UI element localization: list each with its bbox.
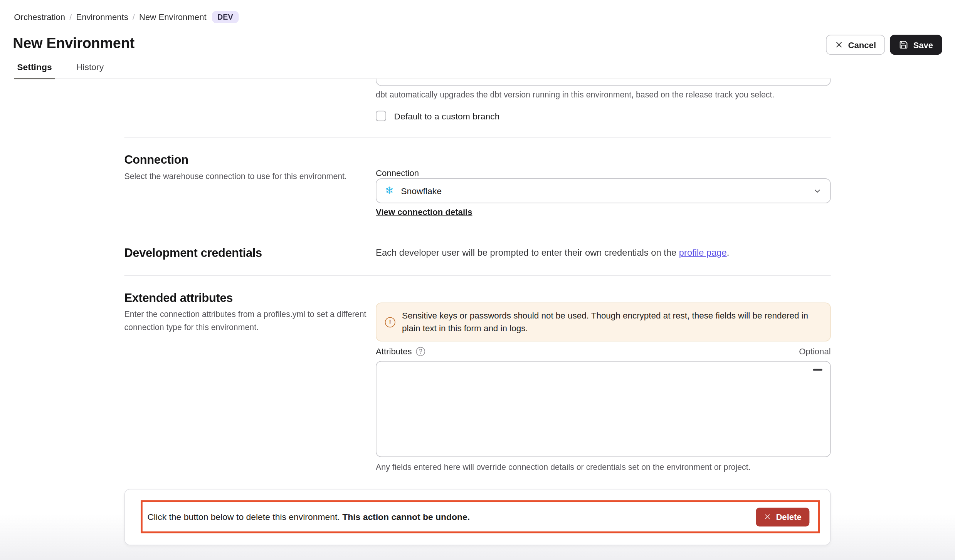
- breadcrumb-environments[interactable]: Environments: [76, 12, 128, 22]
- tab-settings[interactable]: Settings: [14, 62, 55, 79]
- close-icon: [764, 513, 771, 520]
- delete-button[interactable]: Delete: [756, 507, 809, 526]
- save-icon: [899, 40, 908, 49]
- delete-button-label: Delete: [776, 512, 801, 521]
- snowflake-icon: ❄: [385, 186, 394, 196]
- section-divider: [124, 137, 831, 138]
- save-button[interactable]: Save: [890, 35, 942, 55]
- sensitive-keys-warning: ! Sensitive keys or passwords should not…: [376, 302, 831, 341]
- section-divider: [124, 275, 831, 276]
- attributes-helper: Any fields entered here will override co…: [376, 463, 831, 472]
- delete-message: Click the button below to delete this en…: [147, 512, 756, 521]
- connection-select[interactable]: ❄ Snowflake: [376, 178, 831, 203]
- cancel-button[interactable]: Cancel: [826, 35, 885, 55]
- env-dev-badge: DEV: [212, 11, 239, 23]
- connection-heading: Connection: [124, 153, 188, 167]
- header-actions: Cancel Save: [826, 35, 942, 55]
- release-track-helper: dbt automatically upgrades the dbt versi…: [376, 90, 831, 99]
- dev-credentials-text: Each developer user will be prompted to …: [376, 247, 831, 258]
- connection-description: Select the warehouse connection to use f…: [124, 171, 368, 183]
- custom-branch-row: Default to a custom branch: [376, 111, 499, 121]
- help-icon[interactable]: ?: [416, 347, 425, 356]
- chevron-down-icon: [813, 186, 822, 195]
- attributes-editor[interactable]: [376, 361, 831, 457]
- extended-attributes-heading: Extended attributes: [124, 291, 233, 305]
- delete-message-bold: This action cannot be undone.: [342, 512, 470, 521]
- extended-attributes-description: Enter the connection attributes from a p…: [124, 309, 367, 334]
- connection-field-label: Connection: [376, 168, 419, 178]
- dev-credentials-text-before: Each developer user will be prompted to …: [376, 247, 679, 258]
- save-button-label: Save: [913, 40, 933, 50]
- breadcrumb: Orchestration / Environments / New Envir…: [14, 11, 239, 23]
- dev-credentials-text-after: .: [727, 247, 730, 258]
- connection-select-value: Snowflake: [401, 186, 813, 196]
- custom-branch-label[interactable]: Default to a custom branch: [394, 111, 500, 121]
- attributes-label-row: Attributes ? Optional: [376, 346, 831, 356]
- breadcrumb-separator: /: [133, 12, 135, 22]
- tab-bar: Settings History: [14, 62, 831, 79]
- view-connection-details-link[interactable]: View connection details: [376, 207, 472, 216]
- close-icon: [835, 41, 843, 49]
- dev-credentials-heading: Development credentials: [124, 246, 262, 260]
- delete-banner-highlight: Click the button below to delete this en…: [141, 500, 820, 533]
- breadcrumb-current: New Environment: [139, 12, 207, 22]
- delete-message-normal: Click the button below to delete this en…: [147, 512, 342, 521]
- breadcrumb-separator: /: [69, 12, 72, 22]
- warning-icon: !: [385, 317, 395, 327]
- tab-history[interactable]: History: [73, 62, 107, 78]
- page-title: New Environment: [13, 35, 135, 52]
- warning-text: Sensitive keys or passwords should not b…: [402, 309, 822, 335]
- collapse-minus-icon[interactable]: [813, 369, 822, 371]
- attributes-label: Attributes: [376, 346, 412, 356]
- profile-page-link[interactable]: profile page: [679, 247, 727, 258]
- custom-branch-checkbox[interactable]: [376, 111, 386, 121]
- optional-label: Optional: [799, 346, 831, 356]
- release-track-input-clipped[interactable]: [376, 79, 831, 86]
- danger-zone-card: Click the button below to delete this en…: [124, 489, 831, 545]
- new-environment-page: Orchestration / Environments / New Envir…: [0, 0, 955, 560]
- breadcrumb-orchestration[interactable]: Orchestration: [14, 12, 65, 22]
- cancel-button-label: Cancel: [848, 40, 876, 50]
